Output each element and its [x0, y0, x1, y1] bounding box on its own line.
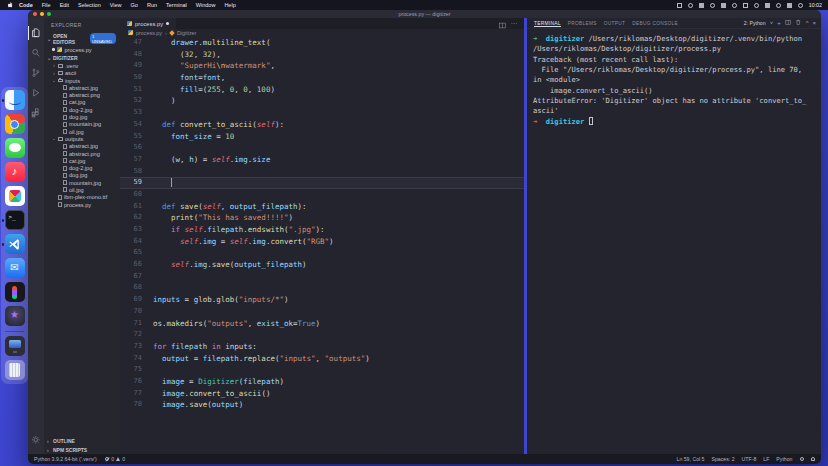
workspace-header[interactable]: ⌄ DIGITIZER — [44, 53, 120, 62]
activity-explorer-icon[interactable] — [28, 23, 44, 43]
window-title-bar[interactable]: process.py — digitizer — [28, 10, 821, 18]
dock-slot — [1, 234, 28, 255]
tree-item-cat-jpg[interactable]: cat.jpg — [44, 157, 120, 164]
tree-item-abstract-jpg[interactable]: abstract.jpg — [44, 143, 120, 150]
menu-item-help[interactable]: Help — [224, 2, 235, 8]
settings-gear-icon[interactable] — [28, 430, 44, 450]
outline-section-header[interactable]: › OUTLINE — [44, 436, 120, 445]
slack-icon[interactable] — [5, 186, 25, 206]
menu-item-file[interactable]: File — [42, 2, 51, 8]
messages-icon[interactable] — [5, 138, 25, 158]
chrome-icon[interactable] — [5, 114, 25, 134]
problems-status[interactable]: 0 0 — [105, 456, 125, 462]
finder-icon[interactable] — [5, 90, 25, 110]
figma-icon[interactable] — [5, 282, 25, 302]
breadcrumb-symbol[interactable]: Digitizer — [177, 30, 196, 36]
shell-selector[interactable]: 2: Python — [744, 20, 766, 26]
code-line-78: 78 image.save(output) — [120, 399, 524, 411]
time-machine-icon[interactable] — [743, 3, 748, 8]
terminal-content[interactable]: ➜ digitizer /Users/riklomas/Desktop/digi… — [527, 29, 821, 454]
camera-icon[interactable] — [699, 3, 704, 8]
panel-tab-debug-console[interactable]: DEBUG CONSOLE — [632, 18, 678, 28]
terminal-plus-icon[interactable]: + — [777, 20, 781, 26]
tree-item-dog-jpg[interactable]: dog.jpg — [44, 113, 120, 120]
tree-item-dog-2-jpg[interactable]: dog-2.jpg — [44, 106, 120, 113]
display-icon[interactable] — [5, 336, 25, 356]
tree-item-abstract-png[interactable]: abstract.png — [44, 91, 120, 98]
activity-extensions-icon[interactable] — [28, 103, 44, 123]
tree-item--venv[interactable]: ›.venv — [44, 62, 120, 69]
vscode-icon[interactable] — [5, 234, 25, 254]
tree-item-abstract-png[interactable]: abstract.png — [44, 150, 120, 157]
code-line-52: 52 ) — [120, 95, 524, 107]
status-indentation[interactable]: Spaces: 2 — [712, 456, 735, 462]
dropbox-icon[interactable] — [721, 3, 726, 8]
terminal-trash-icon[interactable] — [795, 19, 802, 27]
activity-source-control-icon[interactable] — [28, 63, 44, 83]
open-editor-item[interactable]: process.py — [44, 46, 120, 53]
breadcrumb[interactable]: process.py › Digitizer — [120, 29, 524, 36]
panel-tab-output[interactable]: OUTPUT — [604, 18, 626, 28]
notifications-bell-icon[interactable] — [811, 457, 815, 462]
terminal-chevron-down-icon[interactable]: ˅ — [770, 20, 774, 26]
tree-item-mountain-jpg[interactable]: mountain.jpg — [44, 179, 120, 186]
panel-tab-terminal[interactable]: TERMINAL — [534, 18, 561, 28]
control-center-icon[interactable] — [798, 3, 803, 8]
tree-item-process-py[interactable]: process.py — [44, 201, 120, 208]
npm-scripts-section-header[interactable]: › NPM SCRIPTS — [44, 445, 120, 454]
python-interpreter-status[interactable]: Python 3.9.2 64-bit ('.venv') — [34, 456, 97, 462]
menu-item-edit[interactable]: Edit — [60, 2, 69, 8]
terminal-split-icon[interactable] — [785, 19, 792, 27]
code-editor[interactable]: 47 drawer.multiline_text(48 (32, 32),49 … — [120, 36, 524, 454]
status-encoding[interactable]: UTF-8 — [742, 456, 757, 462]
terminal-close-icon[interactable]: × — [812, 20, 816, 26]
moon-icon[interactable] — [754, 3, 759, 8]
menu-item-view[interactable]: View — [110, 2, 122, 8]
modified-dot-icon[interactable] — [166, 22, 169, 25]
apple-menu-icon[interactable] — [7, 2, 13, 9]
menu-item-selection[interactable]: Selection — [78, 2, 101, 8]
status-language-mode[interactable]: Python — [776, 456, 792, 462]
tree-item-oil-jpg[interactable]: oil.jpg — [44, 186, 120, 193]
tree-item-inputs[interactable]: ⌄inputs — [44, 77, 120, 84]
tree-item-dog-2-jpg[interactable]: dog-2.jpg — [44, 164, 120, 171]
status-cursor-position[interactable]: Ln 59, Col 5 — [677, 456, 705, 462]
terminal-line: File "/Users/riklomas/Desktop/digitizer/… — [533, 65, 815, 75]
spotlight-icon[interactable] — [787, 3, 792, 8]
tab-process-py[interactable]: process.py — [120, 18, 176, 29]
display-mirroring-icon[interactable] — [677, 3, 682, 8]
music-icon[interactable] — [5, 162, 25, 182]
menu-item-code[interactable]: Code — [19, 2, 33, 8]
tree-item-dog-jpg[interactable]: dog.jpg — [44, 172, 120, 179]
imovie-icon[interactable] — [5, 306, 25, 326]
trash-icon[interactable] — [5, 360, 25, 380]
status-eol[interactable]: LF — [763, 456, 769, 462]
breadcrumb-file[interactable]: process.py — [136, 30, 162, 36]
menu-item-run[interactable]: Run — [147, 2, 157, 8]
terminal-icon[interactable] — [5, 210, 25, 230]
meet-icon[interactable] — [732, 3, 737, 8]
feedback-smiley-icon[interactable] — [800, 457, 805, 462]
stats-icon[interactable] — [710, 3, 715, 8]
tree-item-oil-jpg[interactable]: oil.jpg — [44, 128, 120, 135]
mail-icon[interactable] — [5, 258, 25, 278]
activity-run-debug-icon[interactable] — [28, 83, 44, 103]
tree-item-cat-jpg[interactable]: cat.jpg — [44, 99, 120, 106]
menu-item-go[interactable]: Go — [131, 2, 138, 8]
more-actions-icon[interactable]: ⋯ — [511, 20, 519, 28]
menu-item-terminal[interactable]: Terminal — [166, 2, 187, 8]
tree-item-mountain-jpg[interactable]: mountain.jpg — [44, 121, 120, 128]
tree-item-outputs[interactable]: ⌄outputs — [44, 135, 120, 142]
open-editors-header[interactable]: ⌄ OPEN EDITORS 1 UNSAVED — [44, 31, 120, 46]
tree-item-ascii[interactable]: ›ascii — [44, 70, 120, 77]
tree-item-abstract-jpg[interactable]: abstract.jpg — [44, 84, 120, 91]
wifi-icon[interactable] — [776, 3, 781, 8]
tree-item-ibm-plex-mono-ttf[interactable]: ibm-plex-mono.ttf — [44, 194, 120, 201]
activity-search-icon[interactable] — [28, 43, 44, 63]
panel-tab-problems[interactable]: PROBLEMS — [568, 18, 597, 28]
battery-icon[interactable] — [765, 3, 770, 8]
terminal-chevron-up-icon[interactable]: ^ — [806, 20, 809, 26]
menu-item-window[interactable]: Window — [196, 2, 216, 8]
keyboard-icon[interactable] — [688, 3, 693, 8]
menu-bar-clock[interactable]: 10:02 — [809, 2, 822, 8]
